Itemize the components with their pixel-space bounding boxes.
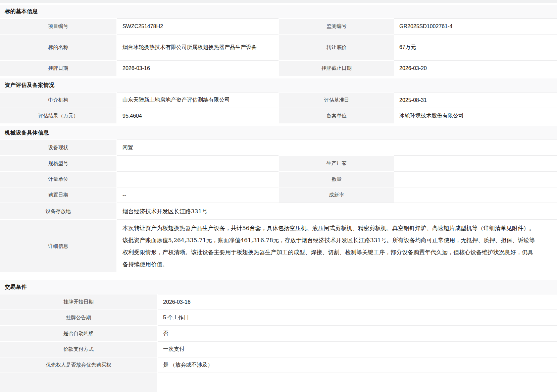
equipment-status-label: 设备现状: [0, 139, 117, 155]
section-header-equipment: 机械设备具体信息: [0, 126, 557, 139]
section-appraisal: 资产评估及备案情况 中介机构 山东天陆新土地房地产资产评估测绘有限公司 评估基准…: [0, 78, 557, 123]
quantity-label: 数量: [278, 171, 394, 187]
row-storage-location: 设备存放地 烟台经济技术开发区长江路331号: [0, 203, 557, 219]
row-announcement-period: 挂牌公告期 5 个工作日: [0, 310, 557, 325]
row-subject-name: 标的名称 烟台冰轮换热技术有限公司所属板翅换热器产品生产设备 转让底价 67万元: [0, 34, 557, 60]
monitor-number-value: GR2025SD1002761-4: [394, 18, 557, 34]
row-purchase-date: 购置日期 -- 成新率: [0, 187, 557, 203]
measure-unit-value: [117, 171, 278, 187]
row-appraisal-result: 评估结果（万元） 95.4604 备案单位 冰轮环境技术股份有限公司: [0, 108, 557, 123]
filing-unit-value: 冰轮环境技术股份有限公司: [394, 108, 557, 123]
auto-extension-value: 否: [158, 325, 557, 341]
project-number-value: SWZC251478H2: [117, 18, 278, 34]
spec-model-label: 规格型号: [0, 155, 117, 171]
section-equipment: 机械设备具体信息 设备现状 闲置 规格型号 生产厂家 计量单位 数量 购置日期 …: [0, 126, 557, 272]
row-measure-unit: 计量单位 数量: [0, 171, 557, 187]
listing-date-value: 2026-03-16: [117, 60, 278, 76]
partial-row-label: [0, 373, 158, 392]
filing-unit-label: 备案单位: [278, 108, 394, 123]
page-top-strip: [0, 0, 557, 3]
measure-unit-label: 计量单位: [0, 171, 117, 187]
listing-start-date-label: 挂牌开始日期: [0, 294, 158, 310]
appraisal-base-date-value: 2025-08-31: [394, 92, 557, 108]
row-auto-extension: 是否自动延牌 否: [0, 325, 557, 341]
row-spec-model: 规格型号 生产厂家: [0, 155, 557, 171]
subject-name-value: 烟台冰轮换热技术有限公司所属板翅换热器产品生产设备: [117, 34, 278, 60]
preemptive-right-waiver-label: 优先权人是否放弃优先购买权: [0, 357, 158, 373]
storage-location-label: 设备存放地: [0, 203, 117, 219]
transfer-base-price-value: 67万元: [394, 34, 557, 60]
transfer-base-price-label: 转让底价: [278, 34, 394, 60]
row-listing-date: 挂牌日期 2026-03-16 挂牌截止日期 2026-03-20: [0, 60, 557, 76]
section-header-appraisal: 资产评估及备案情况: [0, 78, 557, 92]
preemptive-right-waiver-value: 是 （放弃或不涉及）: [158, 357, 557, 373]
quantity-value: [394, 171, 557, 187]
newness-rate-value: [394, 187, 557, 203]
section-trade-conditions: 交易条件 挂牌开始日期 2026-03-16 挂牌公告期 5 个工作日 是否自动…: [0, 280, 557, 392]
manufacturer-value: [394, 155, 557, 171]
appraisal-result-value: 95.4604: [117, 108, 278, 123]
row-equipment-status: 设备现状 闲置: [0, 139, 557, 155]
listing-end-date-value: 2026-03-20: [394, 60, 557, 76]
payment-method-value: 一次支付: [158, 341, 557, 357]
purchase-date-label: 购置日期: [0, 187, 117, 203]
row-preemptive-right-waiver: 优先权人是否放弃优先购买权 是 （放弃或不涉及）: [0, 357, 557, 373]
auto-extension-label: 是否自动延牌: [0, 325, 158, 341]
storage-location-value: 烟台经济技术开发区长江路331号: [117, 203, 557, 219]
section-title: 标的基本信息: [5, 8, 38, 15]
newness-rate-label: 成新率: [278, 187, 394, 203]
monitor-number-label: 监测编号: [278, 18, 394, 34]
purchase-date-value: --: [117, 187, 278, 203]
section-title: 机械设备具体信息: [5, 129, 49, 136]
agency-value: 山东天陆新土地房地产资产评估测绘有限公司: [117, 92, 278, 108]
detail-info-value: 本次转让资产为板翅换热器产品生产设备，共计56台套，具体包括空压机、液压闸式剪板…: [117, 219, 557, 272]
section-basic-info: 标的基本信息 项目编号 SWZC251478H2 监测编号 GR2025SD10…: [0, 5, 557, 76]
announcement-period-value: 5 个工作日: [158, 310, 557, 325]
listing-date-label: 挂牌日期: [0, 60, 117, 76]
row-partial-bottom: [0, 373, 557, 392]
section-title: 资产评估及备案情况: [5, 82, 55, 89]
subject-name-label: 标的名称: [0, 34, 117, 60]
row-payment-method: 价款支付方式 一次支付: [0, 341, 557, 357]
announcement-period-label: 挂牌公告期: [0, 310, 158, 325]
section-header-trade: 交易条件: [0, 280, 557, 294]
spec-model-value: [117, 155, 278, 171]
project-number-label: 项目编号: [0, 18, 117, 34]
listing-end-date-label: 挂牌截止日期: [278, 60, 394, 76]
agency-label: 中介机构: [0, 92, 117, 108]
manufacturer-label: 生产厂家: [278, 155, 394, 171]
row-agency: 中介机构 山东天陆新土地房地产资产评估测绘有限公司 评估基准日 2025-08-…: [0, 92, 557, 108]
payment-method-label: 价款支付方式: [0, 341, 158, 357]
equipment-status-value: 闲置: [117, 139, 557, 155]
row-detail-info: 详细信息 本次转让资产为板翅换热器产品生产设备，共计56台套，具体包括空压机、液…: [0, 219, 557, 272]
partial-row-value: [158, 373, 557, 392]
section-title: 交易条件: [5, 284, 27, 291]
detail-info-label: 详细信息: [0, 219, 117, 272]
appraisal-base-date-label: 评估基准日: [278, 92, 394, 108]
row-listing-start-date: 挂牌开始日期 2026-03-16: [0, 294, 557, 310]
listing-start-date-value: 2026-03-16: [158, 294, 557, 310]
appraisal-result-label: 评估结果（万元）: [0, 108, 117, 123]
row-project-number: 项目编号 SWZC251478H2 监测编号 GR2025SD1002761-4: [0, 18, 557, 34]
section-header-basic: 标的基本信息: [0, 5, 557, 18]
